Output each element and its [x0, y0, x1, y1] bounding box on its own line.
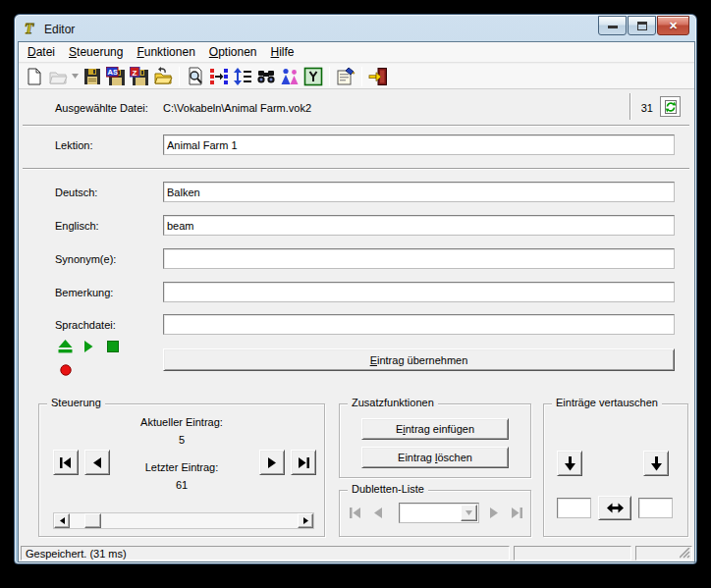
englisch-label: Englisch: — [55, 220, 99, 232]
sort-entries-icon — [233, 67, 252, 86]
status-text: Gespeichert. (31 ms) — [22, 547, 509, 560]
scrollbar-left-button[interactable] — [54, 513, 70, 528]
dubletten-first-button[interactable] — [350, 508, 361, 518]
menu-item-steuerung[interactable]: Steuerung — [62, 42, 130, 62]
swap-languages-button[interactable] — [278, 65, 301, 88]
lektion-input[interactable] — [163, 134, 675, 155]
scroll-left-icon — [60, 517, 65, 524]
refresh-icon — [663, 99, 679, 115]
scrollbar-thumb[interactable] — [84, 513, 101, 528]
properties-icon — [336, 67, 356, 86]
open-folder-button[interactable] — [151, 65, 175, 88]
separator-line — [23, 168, 689, 170]
scrollbar-right-button[interactable] — [298, 513, 313, 528]
resize-grip[interactable] — [680, 548, 690, 559]
eintrag-loeschen-button[interactable]: Eintrag löschen — [361, 447, 509, 468]
save-as-button[interactable]: AS — [104, 65, 128, 88]
group-steuerung: Steuerung Aktueller Eintrag: 5 Letzter E… — [38, 403, 325, 537]
toolbar: AS Z — [19, 64, 694, 89]
last-icon — [511, 508, 522, 518]
bemerkung-input[interactable] — [163, 282, 675, 302]
last-entry-value: 61 — [39, 479, 324, 491]
sprachdatei-label: Sprachdatei: — [55, 319, 116, 331]
dropdown-arrow-icon — [465, 510, 472, 515]
save-z-icon: Z — [130, 67, 149, 86]
entry-scrollbar[interactable] — [53, 512, 314, 529]
transfer-entries-button[interactable] — [207, 65, 231, 88]
eintrag-einfuegen-button[interactable]: Eintrag einfügen — [361, 418, 509, 440]
save-z-button[interactable]: Z — [128, 65, 151, 88]
arrow-down-icon — [650, 456, 663, 471]
new-document-button[interactable] — [23, 65, 46, 88]
play-icon — [83, 341, 93, 352]
save-button[interactable] — [81, 65, 104, 88]
menubar: Datei Steuerung Funktionen Optionen Hilf… — [19, 42, 694, 63]
move-down-right-button[interactable] — [643, 451, 669, 476]
next-entry-button[interactable] — [259, 450, 285, 475]
play-button[interactable] — [83, 341, 93, 352]
swap-right-index-field[interactable] — [638, 498, 673, 518]
dubletten-combobox[interactable] — [399, 503, 479, 523]
group-zusatzfunktionen: Zusatzfunktionen Eintrag einfügen Eintra… — [339, 403, 531, 478]
englisch-input[interactable] — [163, 215, 675, 236]
minimize-button[interactable] — [598, 16, 627, 35]
screen: T Editor ✕ Datei Steuerung Funktionen Op… — [0, 0, 711, 588]
sprachdatei-input[interactable] — [163, 314, 675, 335]
synonyme-input[interactable] — [163, 248, 675, 269]
swap-left-index-field[interactable] — [557, 498, 591, 518]
arrow-down-icon — [564, 456, 576, 471]
selected-file-label: Ausgewählte Datei: — [55, 102, 148, 114]
status-panel-main: Gespeichert. (31 ms) — [21, 546, 510, 561]
svg-text:AS: AS — [108, 68, 118, 77]
dubletten-next-button[interactable] — [489, 508, 499, 518]
open-file-dropdown-button[interactable] — [70, 65, 81, 88]
scroll-right-icon — [303, 517, 308, 524]
maximize-button[interactable] — [628, 16, 656, 35]
previous-entry-button[interactable] — [84, 450, 110, 475]
toolbar-separator — [179, 67, 180, 86]
statusbar: Gespeichert. (31 ms) — [19, 545, 694, 561]
menu-item-optionen[interactable]: Optionen — [202, 42, 264, 62]
stop-button[interactable] — [107, 341, 119, 352]
deutsch-label: Deutsch: — [55, 187, 97, 198]
window: T Editor ✕ Datei Steuerung Funktionen Op… — [14, 14, 697, 564]
swap-entries-button[interactable] — [598, 496, 631, 520]
menu-item-datei[interactable]: Datei — [21, 42, 62, 62]
lektion-label: Lektion: — [55, 139, 93, 151]
sort-entries-button[interactable] — [231, 65, 254, 88]
menu-item-funktionen[interactable]: Funktionen — [130, 42, 201, 62]
eject-button[interactable] — [57, 339, 74, 354]
titlebar[interactable]: T Editor ✕ — [15, 15, 696, 42]
filter-button[interactable] — [301, 65, 325, 88]
print-preview-button[interactable] — [184, 65, 207, 88]
separator-line — [23, 125, 689, 127]
exit-button[interactable] — [366, 65, 390, 88]
last-entry-button[interactable] — [291, 450, 316, 475]
dubletten-previous-button[interactable] — [373, 508, 383, 518]
move-down-left-button[interactable] — [557, 451, 582, 476]
dropdown-arrow-icon — [72, 74, 79, 79]
deutsch-input[interactable] — [163, 182, 675, 202]
close-button[interactable]: ✕ — [657, 16, 689, 35]
open-file-icon — [48, 67, 68, 86]
svg-text:T: T — [25, 21, 34, 36]
print-preview-icon — [186, 67, 205, 86]
menu-item-hilfe[interactable]: Hilfe — [264, 42, 301, 62]
open-file-button[interactable] — [46, 65, 70, 88]
first-entry-button[interactable] — [53, 450, 79, 475]
dubletten-combobox-dropdown-button[interactable] — [461, 505, 477, 521]
caption-buttons: ✕ — [597, 16, 689, 35]
bemerkung-label: Bemerkung: — [55, 287, 113, 298]
transfer-entries-icon — [209, 67, 229, 86]
record-button[interactable] — [60, 364, 72, 376]
properties-button[interactable] — [334, 65, 357, 88]
swap-languages-icon — [280, 67, 300, 86]
synonyme-label: Synonym(e): — [55, 253, 116, 265]
group-steuerung-title: Steuerung — [47, 397, 105, 408]
save-icon — [82, 67, 102, 86]
dubletten-last-button[interactable] — [511, 508, 522, 518]
filter-icon — [303, 67, 323, 86]
search-button[interactable] — [254, 65, 278, 88]
eintrag-uebernehmen-button[interactable]: Eintrag übernehmen — [163, 348, 675, 371]
refresh-button[interactable] — [660, 96, 681, 117]
